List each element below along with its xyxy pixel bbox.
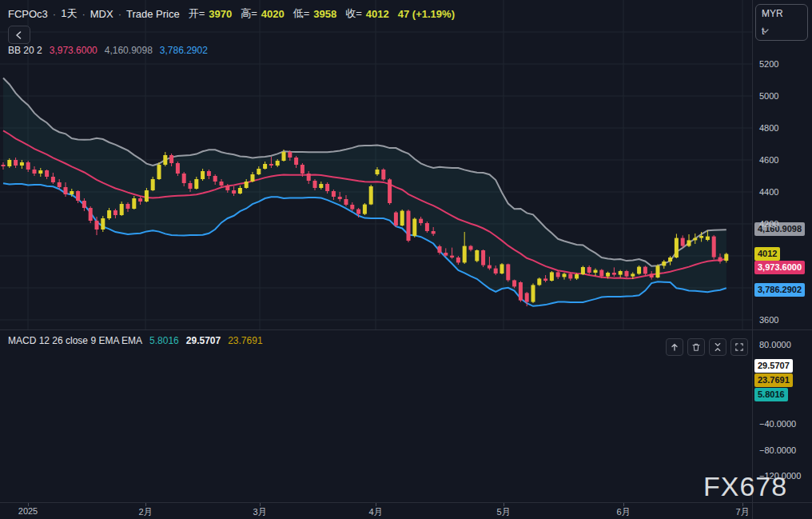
- macd-signal-value: 23.7691: [228, 335, 262, 346]
- collapse-icon: [713, 342, 722, 352]
- price-tick-label: 5200: [759, 58, 778, 70]
- bollinger-upper-value: 4,160.9098: [105, 45, 153, 56]
- change-value: 47 (+1.19%): [398, 8, 455, 20]
- bollinger-legend[interactable]: BB 20 2 3,973.6000 4,160.9098 3,786.2902: [8, 45, 208, 56]
- macd-legend-title: MACD 12 26 close 9 EMA EMA: [8, 335, 142, 346]
- maximize-icon: [734, 342, 744, 352]
- symbol-name[interactable]: FCPOc3: [8, 8, 48, 20]
- watermark: FX678: [703, 471, 787, 502]
- move-pane-up-button[interactable]: [666, 338, 683, 356]
- bollinger-middle-value: 3,973.6000: [50, 45, 98, 56]
- price-axis[interactable]: 4,160.9098 4012 3,973.6000 3,786.2902 29…: [753, 0, 812, 502]
- time-axis-label: 4月: [368, 506, 382, 518]
- low-label: 低=: [293, 6, 310, 21]
- bollinger-lower-value: 3,786.2902: [160, 45, 208, 56]
- delete-pane-button[interactable]: [687, 338, 705, 356]
- interval[interactable]: 1天: [61, 6, 77, 21]
- low-value: 3958: [313, 8, 336, 20]
- high-value: 4020: [261, 8, 285, 20]
- exchange: MDX: [90, 8, 113, 20]
- time-axis-label: 5月: [496, 506, 510, 518]
- symbol-header: FCPOc3 · 1天 · MDX · Trade Price 开=3970 高…: [8, 6, 455, 21]
- chart-app: FCPOc3 · 1天 · MDX · Trade Price 开=3970 高…: [0, 0, 812, 519]
- macd-tick-label: −80.0000: [759, 445, 796, 456]
- unit-select[interactable]: t: [756, 22, 807, 40]
- macd-pane-toolbar: [666, 338, 748, 356]
- price-tick-label: 4800: [759, 122, 778, 134]
- arrow-up-icon: [670, 342, 679, 352]
- macd-line-value: 29.5707: [186, 335, 221, 346]
- time-axis-label: 2月: [138, 506, 152, 518]
- macd-legend[interactable]: MACD 12 26 close 9 EMA EMA 5.8016 29.570…: [8, 335, 263, 346]
- macd-tick-label: −40.0000: [759, 418, 796, 429]
- separator: ·: [53, 8, 56, 20]
- currency-select[interactable]: MYR: [756, 5, 807, 22]
- time-axis-label: 2025: [18, 506, 38, 516]
- unit-selector: MYR t: [755, 4, 808, 41]
- price-tick-label: 4200: [759, 218, 778, 230]
- open-label: 开=: [189, 6, 205, 21]
- price-tick-label: 4400: [759, 186, 778, 198]
- maximize-pane-button[interactable]: [730, 338, 748, 356]
- pane-divider[interactable]: [0, 329, 812, 330]
- collapse-pane-button[interactable]: [709, 338, 726, 356]
- last-price-badge: 4012: [754, 247, 780, 261]
- close-value: 4012: [366, 8, 389, 20]
- price-tick-label: 3600: [759, 314, 778, 325]
- close-label: 收=: [345, 6, 362, 21]
- macd-hist-value: 5.8016: [149, 335, 179, 346]
- time-axis[interactable]: 20252月3月4月5月6月7月: [0, 502, 812, 519]
- separator: ·: [82, 8, 85, 20]
- back-button[interactable]: [8, 26, 30, 44]
- bb-middle-price-badge: 3,973.6000: [754, 261, 805, 274]
- separator: ·: [118, 8, 121, 20]
- time-axis-label: 3月: [253, 506, 266, 518]
- macd-signal-badge: 23.7691: [754, 373, 793, 387]
- trash-icon: [691, 342, 701, 352]
- macd-tick-label: 80.0000: [759, 339, 791, 350]
- chevron-down-icon: [762, 29, 769, 34]
- macd-value-badge: 29.5707: [754, 359, 793, 373]
- chevron-left-icon: [14, 30, 24, 40]
- price-tick-label: 4600: [759, 154, 778, 166]
- time-axis-label: 7月: [735, 506, 749, 518]
- open-value: 3970: [209, 8, 232, 20]
- macd-pane[interactable]: [0, 330, 752, 502]
- price-tick-label: 5000: [759, 90, 778, 102]
- high-label: 高=: [241, 6, 257, 21]
- bollinger-legend-title: BB 20 2: [8, 45, 42, 56]
- bb-lower-price-badge: 3,786.2902: [754, 283, 805, 297]
- series-type: Trade Price: [126, 8, 180, 20]
- macd-hist-badge: 5.8016: [754, 388, 788, 401]
- time-axis-label: 6月: [616, 506, 630, 518]
- chevron-down-icon: [762, 11, 769, 16]
